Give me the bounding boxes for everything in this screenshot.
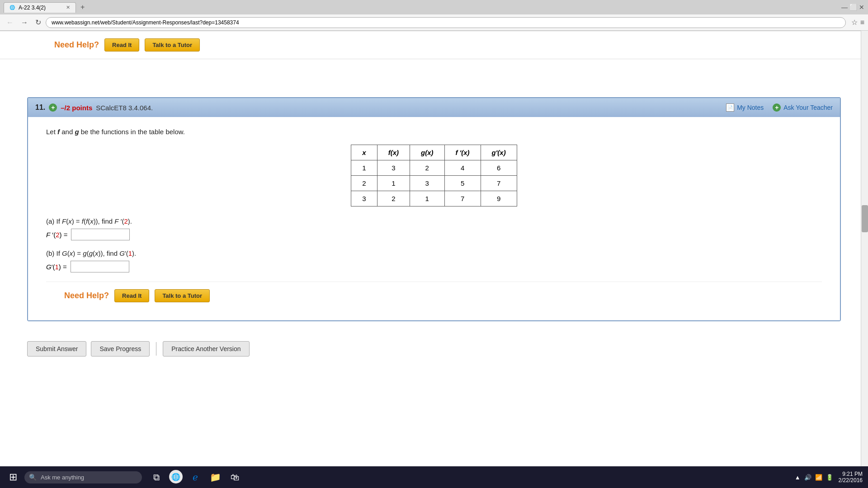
problem-intro: Let f and g be the functions in the tabl… (46, 128, 822, 136)
table-cell-r2-c1: 2 (377, 191, 410, 206)
new-tab-button[interactable]: + (78, 3, 87, 11)
address-bar[interactable] (46, 17, 846, 28)
bottom-talk-tutor-button[interactable]: Talk to a Tutor (155, 289, 210, 302)
question-container: 11. + –/2 points SCalcET8 3.4.064. 📄 My … (27, 97, 841, 321)
part-a-answer-line: F ′(2) = (46, 229, 822, 240)
expand-icon[interactable]: + (49, 103, 57, 112)
table-row: 21357 (351, 176, 517, 191)
button-separator (156, 342, 156, 356)
sys-icons: ▲ 🔊 📶 🔋 (795, 474, 833, 481)
table-row: 13246 (351, 160, 517, 176)
ask-teacher-button[interactable]: + Ask Your Teacher (773, 103, 833, 112)
taskbar-search-input[interactable] (24, 471, 142, 483)
taskbar: ⊞ 🔍 ⧉ 🌐 ℯ 📁 🛍 ▲ 🔊 📶 🔋 9:21 PM 2/22/2016 (0, 466, 868, 488)
table-cell-r1-c3: 5 (444, 176, 481, 191)
table-cell-r0-c4: 6 (481, 160, 517, 176)
part-b: (b) If G(x) = g(g(x)), find G′(1). G′(1)… (46, 249, 822, 272)
close-button[interactable]: ✕ (859, 4, 864, 11)
col-header-gpx: g′(x) (481, 145, 517, 160)
sound-icon[interactable]: 🔊 (804, 474, 811, 481)
part-a-label: F ′(2) = (46, 231, 67, 239)
file-explorer-icon[interactable]: 📁 (208, 470, 222, 484)
edge-icon[interactable]: ℯ (188, 470, 203, 484)
col-header-fx: f(x) (377, 145, 410, 160)
table-cell-r2-c4: 9 (481, 191, 517, 206)
part-a-input[interactable] (71, 229, 130, 240)
table-cell-r1-c1: 1 (377, 176, 410, 191)
table-cell-r2-c0: 3 (351, 191, 377, 206)
browser-chrome: 🌐 A-22 3.4(2) ✕ + — ⬜ ✕ ← → ↻ ☆ ≡ (0, 0, 868, 31)
col-header-fpx: f ′(x) (444, 145, 481, 160)
practice-another-button[interactable]: Practice Another Version (163, 341, 249, 357)
spacer-area (0, 59, 868, 86)
table-cell-r0-c0: 1 (351, 160, 377, 176)
browser-tab[interactable]: 🌐 A-22 3.4(2) ✕ (4, 2, 76, 13)
scrollbar-thumb[interactable] (862, 205, 868, 232)
table-row: 32179 (351, 191, 517, 206)
question-header: 11. + –/2 points SCalcET8 3.4.064. 📄 My … (28, 98, 840, 117)
table-cell-r1-c2: 3 (410, 176, 444, 191)
question-body: Let f and g be the functions in the tabl… (28, 117, 840, 320)
store-icon[interactable]: 🛍 (228, 470, 242, 484)
part-b-question: (b) If G(x) = g(g(x)), find G′(1). (46, 249, 822, 257)
taskbar-app-icons: ⧉ 🌐 ℯ 📁 🛍 (149, 470, 242, 484)
tab-bar: 🌐 A-22 3.4(2) ✕ + — ⬜ ✕ (0, 0, 868, 14)
question-header-right: 📄 My Notes + Ask Your Teacher (726, 103, 833, 112)
task-view-button[interactable]: ⧉ (149, 470, 164, 484)
bottom-read-it-button[interactable]: Read It (114, 289, 149, 302)
ask-teacher-plus-icon: + (773, 103, 781, 112)
nav-bar: ← → ↻ ☆ ≡ (0, 14, 868, 31)
table-cell-r2-c3: 7 (444, 191, 481, 206)
top-help-bar: Need Help? Read It Talk to a Tutor (0, 31, 868, 59)
top-need-help-label: Need Help? (54, 40, 99, 50)
taskbar-date-display: 2/22/2016 (839, 477, 863, 483)
settings-icon[interactable]: ≡ (860, 19, 864, 27)
taskbar-search-area: 🔍 (24, 471, 142, 483)
back-button[interactable]: ← (4, 17, 16, 28)
question-header-left: 11. + –/2 points SCalcET8 3.4.064. (35, 103, 153, 112)
forward-button[interactable]: → (18, 17, 31, 28)
table-cell-r2-c2: 1 (410, 191, 444, 206)
ask-teacher-label: Ask Your Teacher (783, 104, 833, 111)
bookmark-icon[interactable]: ☆ (851, 18, 858, 27)
top-read-it-button[interactable]: Read It (104, 38, 139, 52)
taskbar-clock: 9:21 PM 2/22/2016 (839, 471, 863, 483)
battery-icon[interactable]: 🔋 (826, 474, 833, 481)
taskbar-search-icon: 🔍 (29, 474, 37, 481)
function-table: x f(x) g(x) f ′(x) g′(x) 132462135732179 (351, 145, 517, 206)
notification-icon[interactable]: ▲ (795, 474, 801, 481)
chrome-icon[interactable]: 🌐 (169, 470, 183, 483)
part-a: (a) If F(x) = f(f(x)), find F ′(2). F ′(… (46, 217, 822, 240)
part-b-label: G′(1) = (46, 263, 67, 271)
points-text: –/2 points (61, 104, 92, 112)
problem-code: SCalcET8 3.4.064. (96, 104, 153, 112)
my-notes-button[interactable]: 📄 My Notes (726, 103, 764, 112)
table-cell-r0-c3: 4 (444, 160, 481, 176)
network-icon[interactable]: 📶 (815, 474, 822, 481)
top-talk-tutor-button[interactable]: Talk to a Tutor (145, 38, 200, 52)
table-cell-r0-c2: 2 (410, 160, 444, 176)
restore-button[interactable]: ⬜ (849, 4, 857, 11)
tab-title: A-22 3.4(2) (19, 5, 46, 11)
note-icon: 📄 (726, 103, 734, 112)
taskbar-right: ▲ 🔊 📶 🔋 9:21 PM 2/22/2016 (795, 471, 863, 483)
col-header-x: x (351, 145, 377, 160)
minimize-button[interactable]: — (841, 4, 848, 11)
need-help-bottom: Need Help? Read It Talk to a Tutor (46, 282, 822, 310)
part-a-question: (a) If F(x) = f(f(x)), find F ′(2). (46, 217, 822, 225)
action-buttons-area: Submit Answer Save Progress Practice Ano… (0, 332, 868, 366)
table-cell-r1-c4: 7 (481, 176, 517, 191)
page-content: Need Help? Read It Talk to a Tutor 11. +… (0, 31, 868, 488)
submit-answer-button[interactable]: Submit Answer (27, 341, 86, 357)
save-progress-button[interactable]: Save Progress (91, 341, 150, 357)
col-header-gx: g(x) (410, 145, 444, 160)
reload-button[interactable]: ↻ (33, 16, 44, 28)
tab-close-button[interactable]: ✕ (66, 5, 70, 10)
part-b-input[interactable] (71, 261, 129, 272)
part-b-answer-line: G′(1) = (46, 261, 822, 272)
start-button[interactable]: ⊞ (5, 469, 21, 485)
taskbar-time-display: 9:21 PM (839, 471, 863, 477)
scrollbar[interactable] (861, 31, 868, 466)
table-cell-r1-c0: 2 (351, 176, 377, 191)
my-notes-label: My Notes (737, 104, 764, 111)
